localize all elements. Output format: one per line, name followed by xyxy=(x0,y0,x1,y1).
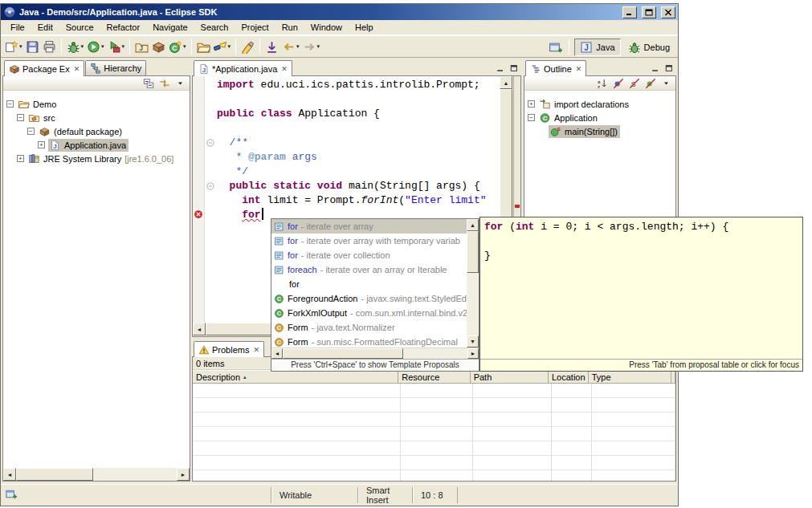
menu-source[interactable]: Source xyxy=(59,21,100,34)
menu-search[interactable]: Search xyxy=(194,21,235,34)
external-tools-button[interactable]: ▾ xyxy=(106,38,127,55)
close-icon[interactable]: ✕ xyxy=(253,346,259,354)
completion-item[interactable]: foreach - iterate over an array or Itera… xyxy=(271,262,467,277)
scroll-thumb[interactable] xyxy=(283,348,403,359)
completion-item[interactable]: CForm - java.text.Normalizer xyxy=(271,320,467,335)
hide-nonpublic-button[interactable] xyxy=(643,77,657,89)
close-icon[interactable]: ✕ xyxy=(576,65,582,73)
scroll-thumb[interactable] xyxy=(16,468,93,481)
outline-item[interactable]: Smain(String[]) xyxy=(524,124,675,138)
problems-table[interactable] xyxy=(193,384,675,481)
maximize-view-icon[interactable] xyxy=(663,63,675,74)
maximize-button[interactable] xyxy=(642,6,656,18)
external-tools-dropdown-icon[interactable]: ▾ xyxy=(122,43,125,50)
sort-button[interactable]: az xyxy=(595,77,609,89)
expander-plus-icon[interactable]: + xyxy=(17,155,24,162)
tab-problems[interactable]: Problems ✕ xyxy=(194,341,264,357)
completion-item[interactable]: CForkXmlOutput - com.sun.xml.internal.bi… xyxy=(271,306,467,320)
completion-item[interactable]: CForegroundAction - javax.swing.text.Sty… xyxy=(271,291,467,306)
outline-item[interactable]: −CApplication xyxy=(524,111,675,124)
new-class-dropdown-icon[interactable]: ▾ xyxy=(183,43,186,50)
back-dropdown-icon[interactable]: ▾ xyxy=(296,43,300,50)
menu-project[interactable]: Project xyxy=(235,21,275,34)
menu-edit[interactable]: Edit xyxy=(31,21,59,34)
search-dropdown-icon[interactable]: ▾ xyxy=(228,43,231,50)
error-marker-icon[interactable] xyxy=(194,209,203,221)
close-button[interactable] xyxy=(661,6,675,18)
outline-item[interactable]: +import declarations xyxy=(524,97,675,111)
column-header-location[interactable]: Location xyxy=(549,370,589,384)
scroll-right-icon[interactable]: ► xyxy=(467,348,479,359)
column-header-path[interactable]: Path xyxy=(471,370,549,384)
tab-package-explorer[interactable]: Package Ex ✕ xyxy=(4,60,84,76)
link-with-editor-button[interactable] xyxy=(157,77,171,89)
package-explorer-item[interactable]: −(default package) xyxy=(3,124,190,138)
collapse-all-button[interactable] xyxy=(141,77,155,89)
view-menu-button[interactable] xyxy=(173,77,187,89)
run-button[interactable]: ▾ xyxy=(85,38,106,55)
minimize-view-icon[interactable] xyxy=(494,63,506,74)
close-icon[interactable]: ✕ xyxy=(281,65,288,73)
mark-occurrences-button[interactable] xyxy=(239,38,256,55)
tab-hierarchy[interactable]: Hierarchy xyxy=(85,60,146,75)
expander-minus-icon[interactable]: − xyxy=(27,128,35,135)
forward-button[interactable]: ▾ xyxy=(301,38,322,55)
debug-dropdown-icon[interactable]: ▾ xyxy=(81,43,84,50)
expander-plus-icon[interactable]: + xyxy=(38,141,45,148)
new-wizard-dropdown-icon[interactable]: ▾ xyxy=(19,43,22,50)
scroll-left-icon[interactable]: ◄ xyxy=(3,468,16,481)
completion-list[interactable]: for - iterate over arrayfor - iterate ov… xyxy=(271,219,479,347)
menu-refactor[interactable]: Refactor xyxy=(100,21,147,34)
tab-application-java[interactable]: J *Application.java ✕ xyxy=(194,60,292,76)
fold-collapse-icon[interactable] xyxy=(206,182,214,192)
new-wizard-button[interactable]: ▾ xyxy=(3,38,24,55)
run-dropdown-icon[interactable]: ▾ xyxy=(101,43,104,50)
back-button[interactable]: ▾ xyxy=(280,38,301,55)
completion-item[interactable]: for xyxy=(271,277,467,291)
minimize-view-icon[interactable] xyxy=(649,63,661,74)
package-explorer-item[interactable]: +JRE System Library [jre1.6.0_06] xyxy=(3,152,190,165)
save-button[interactable] xyxy=(24,38,41,55)
view-menu-button[interactable] xyxy=(659,77,673,89)
column-header-resource[interactable]: Resource xyxy=(398,370,470,384)
menu-file[interactable]: File xyxy=(4,21,31,34)
scroll-down-icon[interactable]: ▼ xyxy=(467,335,479,347)
expander-minus-icon[interactable]: − xyxy=(17,114,24,121)
column-header-type[interactable]: Type xyxy=(589,370,671,384)
forward-dropdown-icon[interactable]: ▾ xyxy=(317,43,320,50)
hide-static-button[interactable]: S xyxy=(627,77,641,89)
titlebar[interactable]: Java - Demo/src/Application.java - Eclip… xyxy=(1,4,678,20)
completion-item[interactable]: for - iterate over collection xyxy=(271,248,467,262)
hide-fields-button[interactable] xyxy=(611,77,625,89)
completion-item[interactable]: for - iterate over array xyxy=(271,219,467,234)
new-class-button[interactable]: C▾ xyxy=(167,38,188,55)
search-button[interactable]: ▾ xyxy=(212,38,233,55)
scroll-left-icon[interactable]: ◄ xyxy=(271,348,283,359)
completion-hscrollbar[interactable]: ◄ ► xyxy=(271,347,479,359)
package-explorer-item[interactable]: +JApplication.java xyxy=(3,138,190,152)
menu-window[interactable]: Window xyxy=(304,21,349,34)
package-explorer-item[interactable]: −Demo xyxy=(3,97,190,111)
new-java-project-button[interactable]: J xyxy=(133,38,150,55)
menu-navigate[interactable]: Navigate xyxy=(146,21,194,34)
open-perspective-button[interactable] xyxy=(547,39,564,56)
perspective-debug-button[interactable]: Debug xyxy=(622,39,675,56)
scroll-thumb[interactable] xyxy=(467,231,479,273)
scroll-up-icon[interactable]: ▲ xyxy=(467,219,479,231)
expander-plus-icon[interactable]: + xyxy=(528,100,535,108)
scroll-right-icon[interactable]: ► xyxy=(177,468,190,481)
scroll-left-icon[interactable]: ◄ xyxy=(193,323,206,335)
completion-item[interactable]: for - iterate over array with temporary … xyxy=(271,234,467,248)
close-icon[interactable]: ✕ xyxy=(74,65,80,73)
column-header-description[interactable]: Description▴ xyxy=(193,370,398,384)
fast-view-button[interactable] xyxy=(5,489,18,502)
completion-vscrollbar[interactable]: ▲ ▼ xyxy=(467,219,479,347)
scroll-up-icon[interactable]: ▲ xyxy=(500,76,512,89)
overview-error-marker[interactable] xyxy=(515,205,520,208)
completion-item[interactable]: CForm - sun.misc.FormattedFloatingDecima… xyxy=(271,335,467,347)
new-package-button[interactable] xyxy=(150,38,167,55)
expander-minus-icon[interactable]: − xyxy=(6,100,14,108)
package-explorer-hscrollbar[interactable]: ◄ ► xyxy=(3,468,190,481)
debug-button[interactable]: ▾ xyxy=(65,38,86,55)
open-type-button[interactable] xyxy=(195,38,212,55)
